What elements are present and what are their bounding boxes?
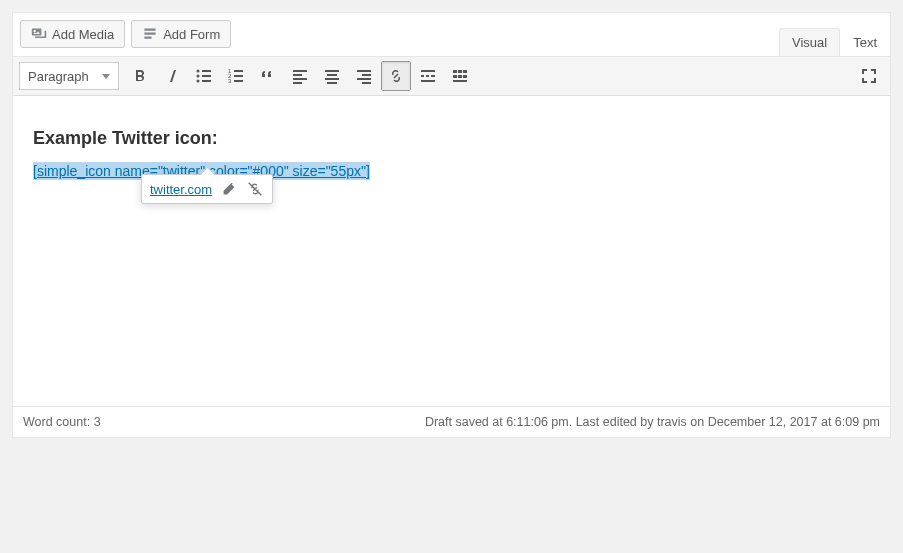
format-dropdown[interactable]: Paragraph bbox=[19, 62, 119, 90]
svg-rect-25 bbox=[421, 75, 424, 77]
tab-visual[interactable]: Visual bbox=[779, 28, 840, 56]
align-right-button[interactable] bbox=[349, 61, 379, 91]
toolbar-toggle-icon bbox=[450, 66, 470, 86]
svg-rect-11 bbox=[234, 80, 243, 82]
word-count: Word count: 3 bbox=[23, 415, 101, 429]
align-right-icon bbox=[354, 66, 374, 86]
svg-rect-14 bbox=[293, 78, 307, 80]
svg-rect-16 bbox=[325, 70, 339, 72]
numbered-list-button[interactable]: 123 bbox=[221, 61, 251, 91]
link-button[interactable] bbox=[381, 61, 411, 91]
svg-rect-33 bbox=[458, 75, 462, 78]
svg-rect-13 bbox=[293, 74, 302, 76]
italic-icon bbox=[162, 66, 182, 86]
italic-button[interactable] bbox=[157, 61, 187, 91]
svg-rect-30 bbox=[458, 70, 462, 73]
editor-tabs: Visual Text bbox=[779, 28, 890, 56]
svg-rect-32 bbox=[453, 75, 457, 78]
toolbar-toggle-button[interactable] bbox=[445, 61, 475, 91]
svg-rect-23 bbox=[362, 82, 371, 84]
blockquote-icon bbox=[258, 66, 278, 86]
svg-rect-12 bbox=[293, 70, 307, 72]
bold-button[interactable] bbox=[125, 61, 155, 91]
fullscreen-icon bbox=[859, 66, 879, 86]
svg-rect-4 bbox=[202, 75, 211, 77]
svg-rect-9 bbox=[234, 70, 243, 72]
svg-rect-3 bbox=[202, 70, 211, 72]
bold-icon bbox=[130, 66, 150, 86]
align-left-icon bbox=[290, 66, 310, 86]
fullscreen-button[interactable] bbox=[854, 61, 884, 91]
svg-rect-24 bbox=[421, 70, 435, 72]
form-icon bbox=[142, 26, 158, 42]
blockquote-button[interactable] bbox=[253, 61, 283, 91]
editor-toolbar: Paragraph 123 bbox=[13, 56, 890, 96]
add-form-button[interactable]: Add Form bbox=[131, 20, 231, 48]
svg-rect-5 bbox=[202, 80, 211, 82]
svg-rect-31 bbox=[463, 70, 467, 73]
svg-rect-20 bbox=[357, 70, 371, 72]
svg-point-2 bbox=[197, 80, 200, 83]
content-heading: Example Twitter icon: bbox=[33, 128, 870, 149]
svg-rect-34 bbox=[463, 75, 467, 78]
svg-text:3: 3 bbox=[228, 78, 232, 84]
svg-rect-10 bbox=[234, 75, 243, 77]
svg-rect-18 bbox=[325, 78, 339, 80]
svg-rect-21 bbox=[362, 74, 371, 76]
editor-top-row: Add Media Add Form Visual Text bbox=[13, 13, 890, 56]
read-more-button[interactable] bbox=[413, 61, 443, 91]
editor-container: Add Media Add Form Visual Text Paragraph… bbox=[12, 12, 891, 438]
svg-rect-27 bbox=[431, 75, 435, 77]
format-dropdown-label: Paragraph bbox=[28, 69, 89, 84]
link-icon bbox=[386, 66, 406, 86]
add-form-label: Add Form bbox=[163, 27, 220, 42]
svg-rect-17 bbox=[327, 74, 337, 76]
link-popup-url[interactable]: twitter.com bbox=[150, 182, 212, 197]
svg-rect-29 bbox=[453, 70, 457, 73]
svg-rect-35 bbox=[453, 80, 467, 82]
svg-point-1 bbox=[197, 75, 200, 78]
remove-link-button[interactable] bbox=[246, 180, 264, 198]
link-popup: twitter.com bbox=[141, 174, 273, 204]
svg-rect-26 bbox=[426, 75, 429, 77]
svg-point-0 bbox=[197, 70, 200, 73]
add-media-label: Add Media bbox=[52, 27, 114, 42]
edit-link-button[interactable] bbox=[220, 180, 238, 198]
save-info: Draft saved at 6:11:06 pm. Last edited b… bbox=[425, 415, 880, 429]
media-buttons: Add Media Add Form bbox=[16, 16, 231, 56]
add-media-button[interactable]: Add Media bbox=[20, 20, 125, 48]
tab-text[interactable]: Text bbox=[840, 28, 890, 56]
editor-content[interactable]: Example Twitter icon: [simple_icon name=… bbox=[13, 96, 890, 406]
bullet-list-button[interactable] bbox=[189, 61, 219, 91]
svg-rect-22 bbox=[357, 78, 371, 80]
media-icon bbox=[31, 26, 47, 42]
bullet-list-icon bbox=[194, 66, 214, 86]
pencil-icon bbox=[220, 180, 238, 198]
read-more-icon bbox=[418, 66, 438, 86]
align-center-button[interactable] bbox=[317, 61, 347, 91]
align-center-icon bbox=[322, 66, 342, 86]
svg-rect-28 bbox=[421, 80, 435, 82]
align-left-button[interactable] bbox=[285, 61, 315, 91]
svg-rect-15 bbox=[293, 82, 302, 84]
numbered-list-icon: 123 bbox=[226, 66, 246, 86]
unlink-icon bbox=[246, 180, 264, 198]
status-bar: Word count: 3 Draft saved at 6:11:06 pm.… bbox=[13, 406, 890, 437]
svg-rect-19 bbox=[327, 82, 337, 84]
